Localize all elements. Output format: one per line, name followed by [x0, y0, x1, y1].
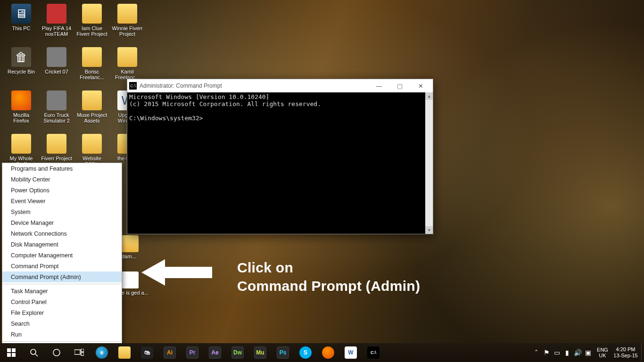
- winx-item[interactable]: File Explorer: [2, 307, 122, 318]
- tray-language[interactable]: ENGUK: [593, 347, 612, 358]
- desktop[interactable]: 🖥This PCPlay FIFA 14 nosTEAMIam Clue Fiv…: [0, 0, 644, 343]
- winx-item[interactable]: Network Connections: [2, 228, 122, 239]
- cmd-scrollbar[interactable]: ▴ ▾: [425, 92, 433, 234]
- svg-rect-8: [74, 350, 80, 354]
- cmd-window[interactable]: C:\ Administrator: Command Prompt — ▢ ✕ …: [127, 79, 433, 234]
- winx-item[interactable]: Control Panel: [2, 296, 122, 307]
- app-icon: Dw: [231, 346, 244, 359]
- desktop-icon-glyph: [82, 134, 102, 154]
- desktop-icon-label: Cricket 07: [40, 69, 73, 74]
- search-button[interactable]: [23, 343, 45, 362]
- cortana-button[interactable]: [45, 343, 68, 362]
- desktop-icon-glyph: [122, 235, 139, 252]
- desktop-icon[interactable]: e is ged a...: [122, 272, 149, 296]
- tray-battery-icon[interactable]: ▭: [552, 349, 562, 356]
- cmd-terminal[interactable]: Microsoft Windows [Version 10.0.10240] (…: [127, 92, 433, 234]
- system-tray[interactable]: ˄ ⚑ ▭ ▮ 🔊 ▣ ENGUK 4:20 PM13-Sep-15: [531, 343, 644, 362]
- menu-separator: [3, 284, 121, 284]
- desktop-icon[interactable]: Fiverr Project: [40, 134, 73, 161]
- winx-item[interactable]: Mobility Center: [2, 174, 122, 185]
- winx-item[interactable]: Command Prompt (Admin): [2, 272, 122, 282]
- svg-rect-4: [12, 353, 16, 357]
- cmd-icon: C:\: [129, 82, 137, 90]
- tray-volume-icon[interactable]: 🔊: [572, 349, 583, 356]
- start-button[interactable]: [0, 343, 23, 362]
- desktop-icon-glyph: [122, 272, 139, 288]
- desktop-icon[interactable]: Play FIFA 14 nosTEAM: [40, 4, 73, 37]
- desktop-icon[interactable]: Kamil Freelanc...: [111, 47, 144, 80]
- taskbar[interactable]: e 🛍 AiPrAeDwMuPs S W C:\ ˄ ⚑ ▭ ▮ 🔊 ▣ ENG…: [0, 343, 644, 362]
- desktop-icon-label: Mozilla Firefox: [5, 112, 38, 123]
- desktop-icon[interactable]: 🖥This PC: [5, 4, 38, 31]
- app-icon: Mu: [254, 346, 266, 359]
- minimize-button[interactable]: —: [369, 79, 389, 92]
- desktop-icon[interactable]: Winnie Fiverr Project: [111, 4, 144, 37]
- taskbar-explorer[interactable]: [113, 343, 136, 362]
- winx-item[interactable]: Search: [2, 318, 122, 329]
- desktop-icon-glyph: [82, 90, 102, 110]
- tray-action-center-icon[interactable]: ▣: [583, 349, 593, 356]
- desktop-icon[interactable]: Mozilla Firefox: [5, 90, 38, 123]
- winx-item[interactable]: Command Prompt: [2, 261, 122, 272]
- desktop-icon[interactable]: Cricket 07: [40, 47, 73, 74]
- winx-item[interactable]: Event Viewer: [2, 196, 122, 206]
- desktop-icon[interactable]: dam...: [122, 235, 139, 259]
- desktop-icon-glyph: [117, 4, 137, 24]
- show-desktop-button[interactable]: [641, 343, 644, 362]
- winx-item[interactable]: Programs and Features: [2, 163, 122, 174]
- svg-rect-2: [12, 348, 16, 352]
- winx-item[interactable]: Disk Management: [2, 239, 122, 250]
- desktop-icon[interactable]: 🗑Recycle Bin: [5, 47, 38, 74]
- desktop-icon-glyph: [11, 90, 31, 110]
- winx-item[interactable]: Task Manager: [2, 286, 122, 296]
- svg-rect-1: [7, 348, 11, 352]
- winx-item[interactable]: Run: [2, 329, 122, 340]
- taskbar-edge[interactable]: e: [91, 343, 113, 362]
- tray-network-icon[interactable]: ▮: [562, 349, 572, 356]
- desktop-icon-label: This PC: [5, 25, 38, 31]
- desktop-icon[interactable]: My Whole Stuff: [5, 134, 38, 167]
- desktop-icon-glyph: 🖥: [11, 4, 31, 24]
- taskbar-cmd[interactable]: C:\: [362, 343, 385, 362]
- desktop-icon-label: Muse Project Assets: [75, 112, 108, 123]
- scroll-down-icon[interactable]: ▾: [425, 226, 433, 234]
- desktop-icon-label: Euro Truck Simulator 2: [40, 112, 73, 123]
- winx-item[interactable]: System: [2, 206, 122, 217]
- taskbar-app[interactable]: Ai: [158, 343, 181, 362]
- taskbar-app[interactable]: Ae: [204, 343, 226, 362]
- desktop-icon[interactable]: Iam Clue Fiverr Project: [75, 4, 108, 37]
- close-button[interactable]: ✕: [410, 79, 431, 92]
- winx-item[interactable]: Device Manager: [2, 217, 122, 228]
- desktop-icon[interactable]: Borisc Freelanc...: [75, 47, 108, 80]
- svg-rect-9: [81, 349, 84, 352]
- taskbar-app[interactable]: Dw: [226, 343, 249, 362]
- desktop-icon-label: Fiverr Project: [40, 156, 73, 161]
- winx-item[interactable]: Power Options: [2, 185, 122, 196]
- scroll-up-icon[interactable]: ▴: [425, 92, 433, 100]
- task-view-button[interactable]: [68, 343, 91, 362]
- desktop-icon[interactable]: Muse Project Assets: [75, 90, 108, 123]
- maximize-button[interactable]: ▢: [389, 79, 410, 92]
- taskbar-app[interactable]: Ps: [272, 343, 294, 362]
- desktop-icon-glyph: [47, 4, 66, 24]
- desktop-icon-label: Borisc Freelanc...: [75, 69, 108, 80]
- app-icon: Ai: [164, 346, 176, 359]
- tray-security-icon[interactable]: ⚑: [541, 349, 552, 356]
- desktop-icon[interactable]: Website PSD's: [75, 134, 108, 167]
- taskbar-app[interactable]: Mu: [249, 343, 272, 362]
- winx-item[interactable]: Computer Management: [2, 250, 122, 261]
- cmd-titlebar[interactable]: C:\ Administrator: Command Prompt — ▢ ✕: [127, 79, 433, 92]
- desktop-icon[interactable]: Euro Truck Simulator 2: [40, 90, 73, 123]
- app-icon: Ps: [277, 346, 289, 359]
- taskbar-skype[interactable]: S: [294, 343, 317, 362]
- taskbar-store[interactable]: 🛍: [136, 343, 158, 362]
- tray-overflow-icon[interactable]: ˄: [531, 349, 541, 356]
- taskbar-word[interactable]: W: [339, 343, 362, 362]
- svg-point-5: [31, 349, 36, 354]
- taskbar-firefox[interactable]: [317, 343, 339, 362]
- desktop-icon-label: e is ged a...: [122, 290, 149, 296]
- app-icon: Pr: [186, 346, 198, 359]
- tray-clock[interactable]: 4:20 PM13-Sep-15: [612, 346, 641, 358]
- desktop-icon-glyph: [47, 134, 66, 154]
- taskbar-app[interactable]: Pr: [181, 343, 204, 362]
